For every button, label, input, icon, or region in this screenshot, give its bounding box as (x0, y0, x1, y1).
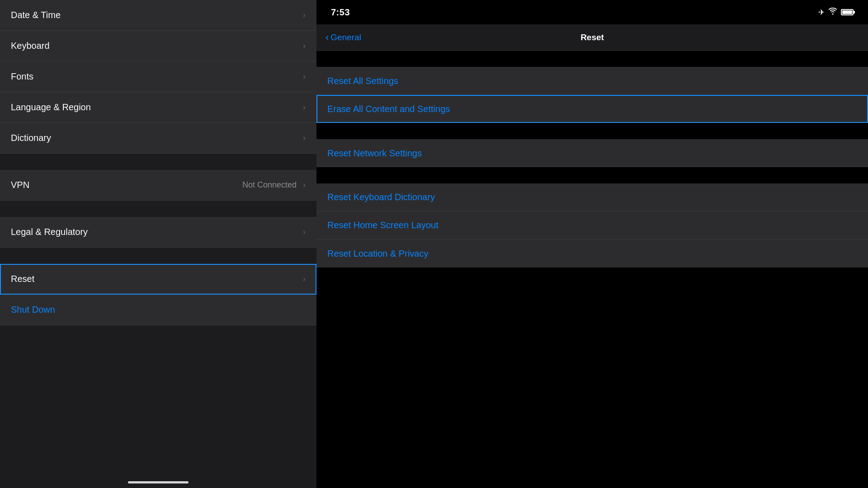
chevron-icon: › (303, 180, 306, 190)
sidebar-item-language-region[interactable]: Language & Region › (0, 92, 316, 123)
status-icons: ✈ (818, 8, 854, 17)
reset-location-privacy-item[interactable]: Reset Location & Privacy (316, 239, 868, 267)
sidebar-item-dictionary[interactable]: Dictionary › (0, 123, 316, 154)
status-time: 7:53 (331, 7, 350, 18)
separator (0, 248, 316, 264)
chevron-icon: › (303, 72, 306, 81)
wifi-icon (828, 8, 837, 17)
erase-all-content-item[interactable]: Erase All Content and Settings (316, 95, 868, 123)
left-panel: Date & Time › Keyboard › Fonts › Languag… (0, 0, 316, 488)
separator-mid (316, 123, 868, 139)
reset-keyboard-item[interactable]: Reset Keyboard Dictionary (316, 183, 868, 211)
sidebar-item-date-time[interactable]: Date & Time › (0, 0, 316, 31)
right-content: Reset All Settings Erase All Content and… (316, 51, 868, 488)
page-title: Reset (580, 33, 604, 42)
sidebar-item-legal[interactable]: Legal & Regulatory › (0, 217, 316, 248)
chevron-icon: › (303, 274, 306, 284)
reset-network-item[interactable]: Reset Network Settings (316, 139, 868, 167)
left-settings-list: Date & Time › Keyboard › Fonts › Languag… (0, 0, 316, 325)
chevron-icon: › (303, 133, 306, 143)
top-separator (316, 51, 868, 67)
home-bar (128, 481, 189, 483)
home-indicator-area (0, 325, 316, 488)
reset-group-1: Reset All Settings (316, 67, 868, 95)
reset-group-3: Reset Keyboard Dictionary Reset Home Scr… (316, 183, 868, 267)
sidebar-item-fonts[interactable]: Fonts › (0, 61, 316, 92)
separator (0, 201, 316, 217)
reset-group-2: Reset Network Settings (316, 139, 868, 167)
separator-mid2 (316, 167, 868, 183)
airplane-icon: ✈ (818, 8, 825, 17)
sidebar-item-vpn[interactable]: VPN Not Connected › (0, 170, 316, 201)
reset-all-settings-item[interactable]: Reset All Settings (316, 67, 868, 95)
chevron-icon: › (303, 10, 306, 20)
chevron-icon: › (303, 103, 306, 112)
status-bar: 7:53 ✈ (316, 0, 868, 24)
back-chevron-icon: ‹ (326, 32, 329, 43)
chevron-icon: › (303, 227, 306, 237)
sidebar-item-shut-down[interactable]: Shut Down (0, 295, 316, 325)
nav-bar: ‹ General Reset (316, 24, 868, 51)
chevron-icon: › (303, 41, 306, 51)
reset-home-screen-item[interactable]: Reset Home Screen Layout (316, 211, 868, 239)
erase-group: Erase All Content and Settings (316, 95, 868, 123)
right-panel: 7:53 ✈ ‹ General Reset (316, 0, 868, 488)
back-button[interactable]: ‹ General (326, 32, 361, 43)
sidebar-item-keyboard[interactable]: Keyboard › (0, 31, 316, 61)
sidebar-item-reset[interactable]: Reset › (0, 264, 316, 295)
separator (0, 154, 316, 170)
battery-icon (841, 9, 854, 15)
